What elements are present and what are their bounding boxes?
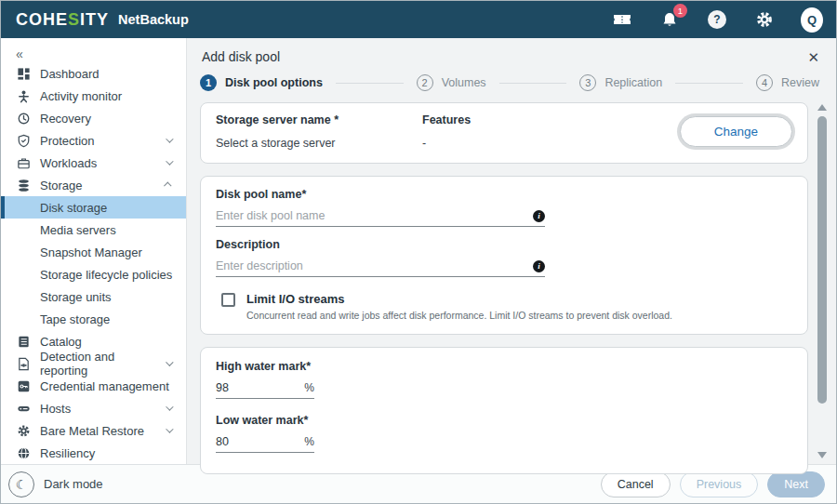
sidebar-item-label: Catalog — [40, 335, 82, 349]
step-disk-pool-options[interactable]: 1 Disk pool options — [200, 74, 323, 91]
brand-green-letter: S — [68, 10, 80, 29]
percent-unit: % — [304, 435, 314, 448]
step-number: 4 — [756, 74, 773, 91]
limit-io-streams-description: Concurrent read and write jobs affect di… — [246, 310, 672, 321]
sidebar-item-bare-metal-restore[interactable]: Bare Metal Restore — [1, 419, 186, 442]
sidebar-item-storage[interactable]: Storage — [1, 174, 186, 196]
vertical-scrollbar[interactable] — [817, 104, 828, 458]
notifications-bell-icon[interactable]: 1 — [658, 8, 681, 31]
user-avatar[interactable]: Q — [801, 8, 823, 31]
product-name: NetBackup — [118, 12, 189, 27]
dashboard-icon — [16, 66, 31, 81]
sidebar-item-label: Dashboard — [40, 67, 100, 81]
sidebar-item-dashboard[interactable]: Dashboard — [1, 62, 186, 85]
storage-disks-icon — [16, 178, 31, 192]
shield-icon — [16, 133, 31, 148]
sidebar-item-detection-and-reporting[interactable]: Detection and reporting — [1, 352, 186, 375]
chevron-down-icon — [166, 135, 173, 142]
wizard-stepper: 1 Disk pool options 2 Volumes 3 Replicat… — [187, 66, 836, 100]
sidebar-item-label: Storage — [40, 179, 83, 192]
hosts-server-icon — [16, 401, 31, 416]
change-button[interactable]: Change — [680, 116, 792, 147]
features-value: - — [422, 137, 471, 150]
dark-mode-label: Dark mode — [44, 477, 103, 491]
sidebar-item-hosts[interactable]: Hosts — [1, 397, 186, 419]
info-icon[interactable]: i — [533, 210, 545, 222]
sidebar-subitem-label: Snapshot Manager — [40, 245, 142, 259]
cohesity-logo: COHESITY — [16, 10, 109, 30]
sidebar-item-label: Recovery — [40, 112, 91, 126]
wizard-content: Storage server name * Select a storage s… — [187, 100, 836, 464]
sidebar-item-workloads[interactable]: Workloads — [1, 152, 186, 174]
sidebar-collapse-button[interactable]: « — [1, 38, 186, 62]
sidebar-subitem-label: Tape storage — [40, 312, 110, 326]
scroll-down-arrow-icon[interactable] — [817, 452, 827, 458]
step-review[interactable]: 4 Review — [756, 74, 819, 91]
sidebar-item-resiliency[interactable]: Resiliency — [1, 442, 186, 464]
resiliency-globe-icon — [16, 445, 31, 460]
sidebar-subitem-label: Storage units — [40, 290, 112, 304]
sidebar-item-label: Hosts — [40, 402, 71, 416]
low-water-mark-label: Low water mark* — [216, 414, 792, 427]
step-label: Replication — [604, 76, 662, 89]
step-connector — [675, 83, 743, 84]
sidebar-item-tape-storage[interactable]: Tape storage — [1, 308, 186, 330]
next-button[interactable]: Next — [767, 471, 825, 497]
activity-monitor-icon — [16, 88, 31, 103]
storage-server-card: Storage server name * Select a storage s… — [200, 102, 808, 164]
high-water-mark-input[interactable] — [216, 381, 281, 394]
disk-pool-name-input[interactable] — [216, 209, 533, 222]
step-volumes[interactable]: 2 Volumes — [417, 74, 486, 91]
scroll-up-arrow-icon[interactable] — [817, 104, 827, 111]
disk-pool-name-label: Disk pool name* — [216, 188, 792, 201]
sidebar-subitem-label: Storage lifecycle policies — [40, 268, 172, 282]
moon-icon: ☾ — [8, 471, 34, 497]
previous-button[interactable]: Previous — [680, 471, 759, 497]
sidebar-item-recovery[interactable]: Recovery — [1, 107, 186, 129]
step-number: 2 — [417, 74, 433, 91]
storage-server-name-label: Storage server name * — [216, 113, 422, 126]
sidebar-item-label: Detection and reporting — [40, 350, 156, 378]
sidebar-item-label: Activity monitor — [40, 89, 122, 103]
scrollbar-thumb[interactable] — [817, 116, 827, 404]
description-input[interactable] — [216, 259, 533, 272]
app-window: COHESITY NetBackup 1 ? Q « — [0, 0, 837, 504]
scrollbar-track[interactable] — [817, 114, 827, 448]
low-water-mark-input[interactable] — [216, 435, 281, 448]
sidebar-item-label: Credential management — [40, 379, 169, 393]
report-eye-icon — [16, 356, 31, 371]
sidebar-item-activity-monitor[interactable]: Activity monitor — [1, 85, 186, 107]
step-connector — [499, 83, 567, 84]
high-water-mark-label: High water mark* — [216, 360, 792, 373]
dark-mode-toggle[interactable]: ☾ Dark mode — [8, 471, 103, 497]
ticket-icon[interactable] — [611, 8, 633, 31]
cancel-button[interactable]: Cancel — [601, 471, 671, 497]
sidebar-item-snapshot-manager[interactable]: Snapshot Manager — [1, 241, 186, 263]
sidebar-item-credential-management[interactable]: Credential management — [1, 375, 186, 397]
storage-server-name-value: Select a storage server — [216, 137, 422, 150]
chevron-down-icon — [166, 425, 173, 432]
close-icon[interactable]: ✕ — [807, 50, 819, 64]
sidebar-item-disk-storage[interactable]: Disk storage — [1, 196, 186, 219]
limit-io-streams-checkbox[interactable] — [221, 293, 235, 307]
step-replication[interactable]: 3 Replication — [579, 74, 662, 91]
sidebar-item-media-servers[interactable]: Media servers — [1, 219, 186, 241]
chevron-down-icon — [166, 403, 173, 410]
limit-io-streams-label: Limit I/O streams — [246, 292, 672, 306]
info-icon[interactable]: i — [533, 260, 545, 272]
sidebar-item-protection[interactable]: Protection — [1, 129, 186, 152]
percent-unit: % — [304, 381, 314, 394]
briefcase-icon — [16, 155, 31, 170]
sidebar: « Dashboard Activity monitor Recovery Pr… — [1, 38, 187, 464]
sidebar-item-label: Bare Metal Restore — [40, 424, 144, 438]
help-icon[interactable]: ? — [706, 8, 728, 31]
sidebar-item-label: Workloads — [40, 156, 97, 170]
gear-icon[interactable] — [753, 8, 776, 31]
recovery-clock-icon — [16, 111, 31, 126]
sidebar-item-storage-units[interactable]: Storage units — [1, 285, 186, 308]
watermark-card: High water mark* % Low water mark* % — [200, 347, 808, 474]
step-label: Disk pool options — [225, 76, 323, 89]
step-connector — [336, 83, 404, 84]
main-panel: Add disk pool ✕ 1 Disk pool options 2 Vo… — [187, 38, 836, 464]
sidebar-item-storage-lifecycle-policies[interactable]: Storage lifecycle policies — [1, 263, 186, 285]
